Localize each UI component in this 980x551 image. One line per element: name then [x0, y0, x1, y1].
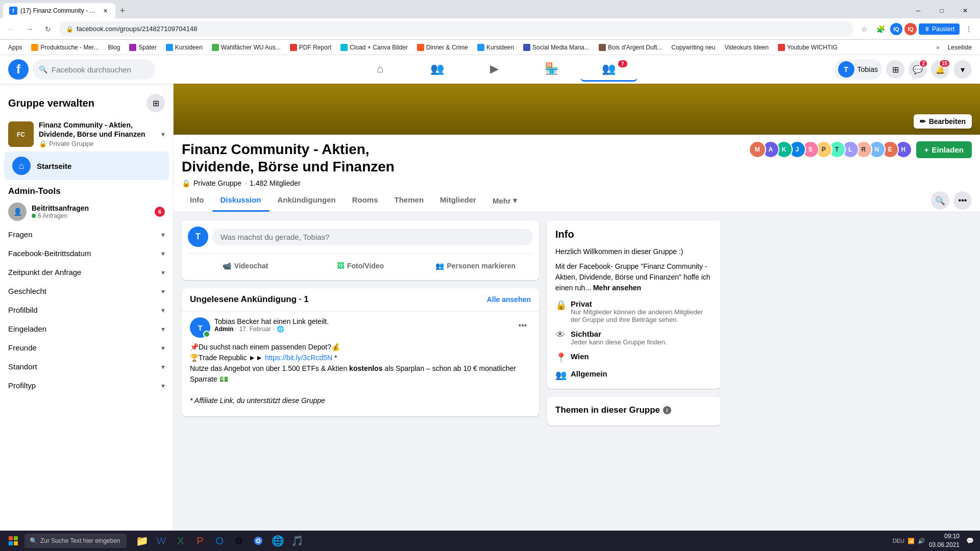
tab-themen[interactable]: Themen [386, 189, 432, 212]
bookmark-produktsuche[interactable]: Produktsuche - Mer... [27, 43, 103, 52]
taskbar-app-file-explorer[interactable]: 📁 [133, 532, 151, 550]
see-all-link[interactable]: Alle ansehen [487, 295, 531, 304]
taskbar-app-powerpoint[interactable]: P [191, 532, 209, 550]
announcement-title: Ungelesene Ankündigung · 1 [190, 294, 309, 305]
mehr-ansehen-link[interactable]: Mehr ansehen [593, 284, 641, 292]
videochat-action[interactable]: 📹 Videochat [188, 258, 303, 274]
bookmark-label: Bois d'Argent Duft... [608, 44, 662, 51]
minimize-button[interactable]: ─ [906, 4, 930, 18]
taskbar-app-settings[interactable]: ⚙ [230, 532, 248, 550]
taskbar-app-outlook[interactable]: O [210, 532, 229, 550]
bookmark-cload[interactable]: Cload + Canva Bilder [336, 43, 412, 52]
bookmark-pdf[interactable]: PDF Report [286, 43, 335, 52]
eingeladen-filter[interactable]: Eingeladen ▾ [0, 319, 173, 338]
bookmark-label: Copywriting neu [671, 44, 715, 51]
bookmark-bois[interactable]: Bois d'Argent Duft... [595, 43, 666, 52]
taskbar-app-word[interactable]: W [152, 532, 170, 550]
bookmark-videokurs[interactable]: Videokurs Ideen [720, 43, 773, 52]
info-circle-icon[interactable]: i [663, 406, 671, 414]
bookmark-social[interactable]: Social Media Mana... [519, 43, 594, 52]
paused-button[interactable]: ⏸ Pausiert [919, 23, 960, 35]
account-menu-button[interactable]: ▾ [953, 60, 972, 79]
forward-button[interactable]: → [22, 22, 37, 36]
tab-rooms[interactable]: Rooms [344, 189, 386, 212]
reload-button[interactable]: ↻ [41, 22, 55, 36]
windows-start-button[interactable] [4, 532, 22, 550]
bookmark-leseliste[interactable]: Leseliste [944, 43, 976, 52]
new-tab-button[interactable]: + [115, 4, 130, 18]
marketplace-icon: 🏪 [545, 62, 558, 76]
notifications-button[interactable]: 🔔 15 [931, 60, 949, 79]
taskbar-app-edge[interactable]: 🌐 [268, 532, 287, 550]
bookmark-copywriting[interactable]: Copywriting neu [667, 43, 719, 52]
bookmark-dinner[interactable]: Dinner & Crime [413, 43, 472, 52]
nav-groups[interactable]: 👥 7 [580, 57, 638, 82]
bookmark-star-icon[interactable]: ☆ [857, 22, 872, 36]
extensions-icon[interactable]: 🧩 [874, 22, 888, 36]
maximize-button[interactable]: □ [930, 4, 953, 18]
profile-icon[interactable]: IQ [890, 23, 902, 35]
edge-icon: 🌐 [272, 535, 284, 547]
tab-info[interactable]: Info [182, 189, 212, 212]
nav-marketplace[interactable]: 🏪 [523, 57, 580, 82]
composer-input[interactable]: Was machst du gerade, Tobias? [212, 229, 533, 245]
taskbar-app-chrome[interactable] [249, 532, 267, 550]
profilbild-filter[interactable]: Profilbild ▾ [0, 300, 173, 319]
bookmark-youtube[interactable]: Youtube WICHTIG [774, 43, 842, 52]
tab-mitglieder[interactable]: Mitglieder [432, 189, 484, 212]
back-button[interactable]: ← [4, 22, 18, 36]
facebook-beitrittsdatum-filter[interactable]: Facebook-Beitrittsdatum ▾ [0, 244, 173, 263]
facebook-logo[interactable]: f [8, 59, 29, 80]
bookmark-wahlfaecher[interactable]: Wahlfächer WU Aus... [208, 43, 285, 52]
post-link[interactable]: https://bit.ly/3cRcd5N [265, 354, 332, 362]
standort-filter[interactable]: Standort ▾ [0, 357, 173, 376]
profile-icon-2[interactable]: IQ [904, 23, 917, 35]
search-bar[interactable]: 🔍 [33, 59, 155, 80]
messenger-button[interactable]: 💬 2 [909, 60, 927, 79]
notification-center-button[interactable]: 💬 [964, 535, 976, 547]
close-button[interactable]: ✕ [953, 4, 977, 18]
beitrittsanfragen-item[interactable]: 👤 Beitrittsanfragen 6 Anfragen 6 [0, 198, 173, 225]
tab-close-btn[interactable]: ✕ [101, 7, 109, 15]
url-bar[interactable]: 🔒 facebook.com/groups/214827109704148 [59, 21, 853, 37]
taskbar-search[interactable]: 🔍 Zur Suche Text hier eingeben [24, 534, 127, 548]
taskbar-app-music[interactable]: 🎵 [288, 532, 306, 550]
bookmark-label: Apps [8, 44, 22, 51]
menu-icon[interactable]: ⋮ [962, 22, 976, 36]
sidebar-group-item[interactable]: FC Finanz Community - Aktien, Dividende,… [0, 116, 173, 152]
apps-grid-button[interactable]: ⊞ [886, 60, 904, 79]
freunde-filter[interactable]: Freunde ▾ [0, 338, 173, 357]
cover-edit-button[interactable]: ✏ Bearbeiten [914, 114, 972, 129]
post-more-button[interactable]: ••• [514, 317, 531, 334]
profiltyp-filter[interactable]: Profiltyp ▾ [0, 376, 173, 395]
tab-mehr[interactable]: Mehr ▾ [484, 190, 525, 211]
taskbar-app-excel[interactable]: X [172, 532, 190, 550]
tab-diskussion[interactable]: Diskussion [212, 189, 270, 212]
tab-ankuendigungen[interactable]: Ankündigungen [270, 189, 344, 212]
personen-markieren-action[interactable]: 👥 Personen markieren [418, 258, 533, 274]
url-text: facebook.com/groups/214827109704148 [77, 25, 197, 33]
bookmark-kursideen[interactable]: Kursideen [162, 43, 207, 52]
bookmark-apps[interactable]: Apps [4, 43, 26, 52]
manage-icon[interactable]: ⊞ [146, 94, 165, 112]
search-tab-button[interactable]: 🔍 [931, 191, 949, 210]
search-icon: 🔍 [935, 196, 945, 206]
bookmarks-more-button[interactable]: » [933, 43, 943, 52]
nav-home[interactable]: ⌂ [352, 57, 409, 82]
invite-button[interactable]: + Einladen [916, 141, 972, 158]
nav-friends[interactable]: 👥 [409, 57, 466, 82]
sidebar-item-startseite[interactable]: ⌂ Startseite [4, 152, 169, 180]
bookmark-blog[interactable]: Blog [104, 43, 124, 52]
zeitpunkt-filter[interactable]: Zeitpunkt der Anfrage ▾ [0, 263, 173, 282]
search-input[interactable] [52, 65, 149, 74]
geschlecht-filter[interactable]: Geschlecht ▾ [0, 282, 173, 300]
active-browser-tab[interactable]: f (17) Finanz Community - Aktien... ✕ [3, 3, 115, 18]
fragen-filter[interactable]: Fragen ▾ [0, 225, 173, 244]
more-tab-button[interactable]: ••• [953, 191, 972, 210]
bookmark-kursideen2[interactable]: Kursideen [473, 43, 518, 52]
tab-mitglieder-label: Mitglieder [440, 195, 476, 204]
user-profile-button[interactable]: T Tobias [834, 59, 882, 80]
nav-video[interactable]: ▶ [466, 57, 523, 82]
foto-video-action[interactable]: 🖼 Foto/Video [303, 258, 418, 274]
bookmark-spaeter[interactable]: Später [125, 43, 160, 52]
